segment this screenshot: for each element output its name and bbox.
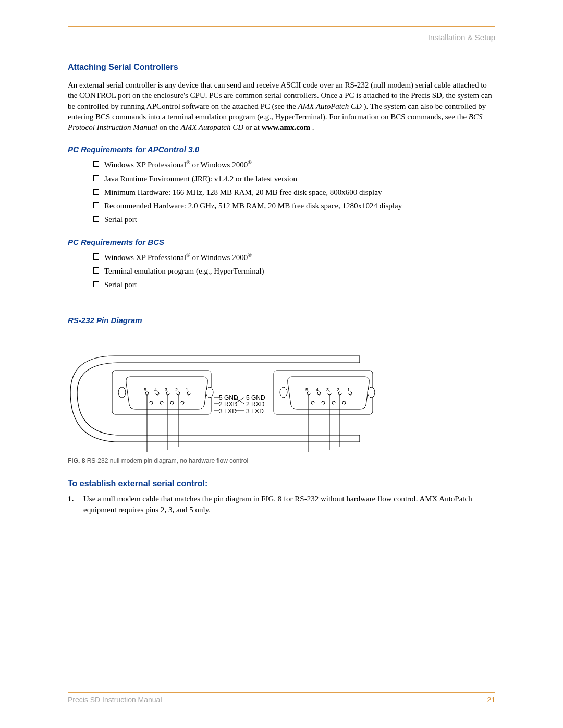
- li-text: or Windows 2000: [190, 161, 248, 169]
- svg-text:3: 3: [326, 387, 329, 392]
- list-item: Java Runtime Environment (JRE): v1.4.2 o…: [93, 174, 495, 184]
- footer-rule: [68, 692, 495, 693]
- list-item: 1. Use a null modem cable that matches t…: [80, 493, 495, 515]
- svg-point-18: [280, 387, 287, 398]
- svg-text:5: 5: [305, 387, 308, 392]
- intro-text-d: or at: [246, 123, 262, 131]
- footer-page-number: 21: [487, 696, 495, 704]
- li-text: or Windows 2000: [190, 253, 248, 262]
- reg-mark: ®: [248, 252, 252, 258]
- checklist-bcs: Windows XP Professional® or Windows 2000…: [93, 252, 495, 290]
- pin-label: 3 TXD: [246, 408, 264, 415]
- header-rule: [68, 26, 495, 27]
- svg-text:1: 1: [347, 387, 350, 392]
- list-item: Windows XP Professional® or Windows 2000…: [93, 159, 495, 170]
- svg-point-1: [118, 387, 126, 398]
- intro-url: www.amx.com: [262, 123, 310, 131]
- rs232-diagram-svg: 5 4 3 2 1 5 4: [68, 335, 386, 455]
- svg-text:4: 4: [154, 387, 157, 392]
- figure-rs232: 5 4 3 2 1 5 4: [68, 335, 495, 464]
- list-item: Serial port: [93, 279, 495, 290]
- svg-point-2: [206, 387, 213, 398]
- footer-doc-title: Precis SD Instruction Manual: [68, 696, 162, 704]
- list-item: Terminal emulation program (e.g., HyperT…: [93, 266, 495, 276]
- heading-req-bcs: PC Requirements for BCS: [68, 238, 495, 246]
- heading-rs232-diagram: RS-232 Pin Diagram: [68, 316, 495, 325]
- heading-req-apcontrol: PC Requirements for APControl 3.0: [68, 145, 495, 154]
- intro-em-3: AMX Autopatch CD: [181, 123, 244, 131]
- li-text: Windows XP Professional: [104, 161, 186, 169]
- intro-em-1: AMX AutoPatch CD: [298, 102, 362, 110]
- figure-caption-rest: RS-232 null modem pin diagram, no hardwa…: [85, 457, 248, 464]
- pin-label: 5 GND: [246, 394, 265, 401]
- list-item: Serial port: [93, 214, 495, 225]
- svg-text:2: 2: [337, 387, 339, 392]
- svg-text:4: 4: [316, 387, 319, 392]
- steps-list: 1. Use a null modem cable that matches t…: [68, 493, 495, 515]
- intro-text-c: on the: [160, 123, 181, 131]
- pin-label: 2 RXD: [219, 401, 238, 408]
- step-number: 1.: [68, 493, 74, 504]
- heading-attaching: Attaching Serial Controllers: [68, 63, 495, 72]
- pin-label: 2 RXD: [246, 401, 265, 408]
- page-footer: Precis SD Instruction Manual 21: [68, 688, 495, 704]
- pin-label: 3 TXD: [219, 408, 237, 415]
- reg-mark: ®: [248, 159, 252, 165]
- connector-left: 5 4 3 2 1: [112, 371, 213, 414]
- pin-label: 5 GND: [219, 394, 238, 401]
- svg-text:5: 5: [144, 387, 146, 392]
- svg-text:1: 1: [186, 387, 188, 392]
- list-item: Windows XP Professional® or Windows 2000…: [93, 252, 495, 263]
- list-item: Recommended Hardware: 2.0 GHz, 512 MB RA…: [93, 201, 495, 211]
- figure-caption: FIG. 8 RS-232 null modem pin diagram, no…: [68, 457, 495, 464]
- svg-point-19: [368, 387, 375, 398]
- reg-mark: ®: [186, 159, 190, 165]
- header-section: Installation & Setup: [68, 33, 495, 42]
- li-text: Windows XP Professional: [104, 253, 186, 262]
- svg-text:2: 2: [175, 387, 178, 392]
- heading-establish: To establish external serial control:: [68, 479, 495, 488]
- connector-right: 5 4 3 2 1: [274, 371, 375, 414]
- reg-mark: ®: [186, 252, 190, 258]
- intro-text-e: .: [312, 123, 314, 131]
- checklist-apcontrol: Windows XP Professional® or Windows 2000…: [93, 159, 495, 225]
- figure-caption-bold: FIG. 8: [68, 457, 85, 464]
- svg-text:3: 3: [165, 387, 167, 392]
- step-text: Use a null modem cable that matches the …: [83, 495, 472, 513]
- intro-paragraph: An external serial controller is any dev…: [68, 80, 495, 132]
- list-item: Minimum Hardware: 166 MHz, 128 MB RAM, 2…: [93, 187, 495, 198]
